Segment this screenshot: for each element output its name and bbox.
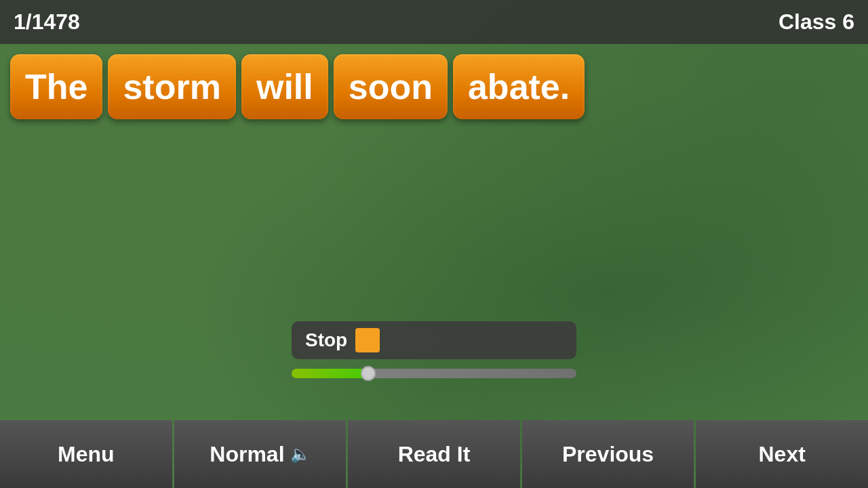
word-tiles-container: Thestormwillsoonabate. [7, 51, 588, 123]
next-button[interactable]: Next [696, 420, 868, 488]
previous-button[interactable]: Previous [522, 420, 694, 488]
stop-color-box[interactable] [355, 328, 380, 352]
speed-slider-container[interactable] [292, 367, 576, 380]
page-counter: 1/1478 [14, 9, 80, 35]
bottom-bar: Menu Normal 🔈 Read It Previous Next [0, 420, 868, 488]
menu-button[interactable]: Menu [0, 420, 172, 488]
normal-label: Normal [210, 442, 284, 467]
top-bar: 1/1478 Class 6 [0, 0, 868, 44]
stop-area: Stop [292, 321, 576, 380]
word-tile[interactable]: storm [108, 54, 235, 119]
read-it-button[interactable]: Read It [348, 420, 520, 488]
word-tile[interactable]: The [10, 54, 102, 119]
read-it-label: Read It [398, 442, 471, 467]
stop-button-container[interactable]: Stop [292, 321, 576, 359]
stop-label: Stop [305, 329, 347, 351]
word-tile[interactable]: will [241, 54, 328, 119]
word-tile[interactable]: soon [334, 54, 448, 119]
menu-label: Menu [58, 442, 115, 467]
normal-button[interactable]: Normal 🔈 [174, 420, 347, 488]
class-label: Class 6 [778, 9, 854, 35]
slider-track [292, 369, 576, 378]
slider-thumb[interactable] [361, 366, 376, 381]
word-tile[interactable]: abate. [453, 54, 585, 119]
speaker-icon: 🔈 [290, 445, 311, 464]
previous-label: Previous [562, 442, 654, 467]
next-label: Next [758, 442, 805, 467]
